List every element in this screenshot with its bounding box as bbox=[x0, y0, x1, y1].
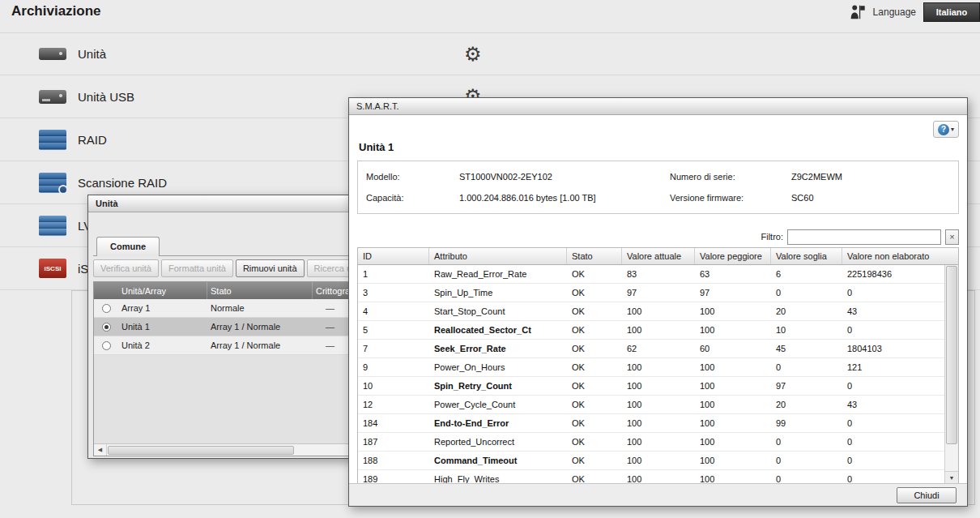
cell-threshold-value: 99 bbox=[771, 418, 842, 428]
scrollbar-thumb[interactable] bbox=[108, 446, 294, 455]
smart-dialog-footer: Chiudi bbox=[349, 483, 967, 506]
smart-dialog: S.M.A.R.T. ? ▾ Unità 1 Modello: ST1000VN… bbox=[348, 97, 968, 507]
cell-id: 12 bbox=[358, 400, 429, 409]
cell-worst-value: 100 bbox=[695, 418, 771, 428]
drive-status-cell: Array 1 / Normale bbox=[207, 322, 313, 332]
storage-item-label: Unità bbox=[78, 47, 106, 61]
clear-filter-button[interactable]: × bbox=[945, 229, 959, 245]
drive-status-cell: Array 1 / Normale bbox=[207, 340, 313, 350]
tab-comune[interactable]: Comune bbox=[96, 237, 160, 256]
cell-threshold-value: 20 bbox=[771, 400, 842, 409]
cell-threshold-value: 20 bbox=[771, 306, 842, 316]
smart-table-header: IDAttributoStatoValore attualeValore peg… bbox=[358, 248, 958, 265]
smart-table-row: 7 Seek_Error_Rate OK 62 60 45 1804103 bbox=[358, 340, 958, 358]
smart-dialog-body: ? ▾ Unità 1 Modello: ST1000VN002-2EY102 … bbox=[349, 115, 967, 506]
smart-table-row: 9 Power_On_Hours OK 100 100 0 121 bbox=[358, 358, 958, 377]
scrollbar-thumb[interactable] bbox=[946, 266, 957, 444]
cell-raw-value: 43 bbox=[842, 306, 944, 316]
storage-item-icon bbox=[39, 173, 66, 193]
cell-worst-value: 63 bbox=[695, 269, 771, 279]
cell-threshold-value: 45 bbox=[771, 344, 842, 353]
vertical-scrollbar[interactable]: ▼ bbox=[944, 265, 958, 484]
cell-attribute: Reallocated_Sector_Ct bbox=[429, 325, 567, 335]
info-value: SC60 bbox=[791, 193, 950, 203]
language-area: Language Italiano bbox=[848, 2, 980, 22]
smart-table: IDAttributoStatoValore attualeValore peg… bbox=[357, 247, 959, 485]
cell-id: 5 bbox=[358, 325, 429, 335]
storage-item-label: RAID bbox=[78, 133, 107, 147]
cell-raw-value: 0 bbox=[842, 288, 944, 298]
storage-item-label: Unità USB bbox=[78, 90, 134, 104]
cell-attribute: Start_Stop_Count bbox=[429, 306, 567, 316]
language-button[interactable]: Italiano bbox=[923, 2, 980, 22]
storage-row[interactable]: Unità ⚙ bbox=[0, 32, 980, 75]
cell-id: 10 bbox=[358, 381, 429, 391]
cell-attribute: Reported_Uncorrect bbox=[429, 437, 567, 447]
cell-raw-value: 0 bbox=[842, 437, 944, 447]
cell-threshold-value: 10 bbox=[771, 325, 842, 335]
drive-toolbar-button[interactable]: Verifica unità bbox=[93, 259, 159, 277]
smart-column-header: Valore soglia bbox=[771, 248, 842, 264]
gear-icon[interactable]: ⚙ bbox=[464, 45, 482, 64]
cell-attribute: Command_Timeout bbox=[429, 456, 567, 465]
cell-current-value: 83 bbox=[622, 269, 695, 279]
cell-current-value: 100 bbox=[622, 437, 695, 447]
page: Archiviazione Language Italiano Unità ⚙ … bbox=[0, 0, 980, 518]
cell-worst-value: 100 bbox=[695, 456, 771, 465]
cell-threshold-value: 0 bbox=[771, 288, 842, 298]
cell-status: OK bbox=[567, 344, 622, 353]
language-label: Language bbox=[873, 6, 916, 18]
smart-table-row: 187 Reported_Uncorrect OK 100 100 0 0 bbox=[358, 433, 958, 452]
close-button[interactable]: Chiudi bbox=[897, 487, 957, 503]
info-value: 1.000.204.886.016 bytes [1.00 TB] bbox=[459, 193, 670, 203]
radio-button[interactable] bbox=[102, 323, 111, 332]
cell-threshold-value: 0 bbox=[771, 362, 842, 372]
radio-button[interactable] bbox=[102, 304, 111, 313]
scroll-left-arrow[interactable]: ◀ bbox=[94, 444, 107, 456]
smart-column-header: Stato bbox=[567, 248, 622, 264]
drive-info-box: Modello: ST1000VN002-2EY102 Numero di se… bbox=[357, 161, 959, 214]
cell-status: OK bbox=[567, 325, 622, 335]
drive-toolbar-button[interactable]: Formatta unità bbox=[161, 259, 233, 277]
help-button[interactable]: ? ▾ bbox=[933, 121, 959, 138]
cell-current-value: 100 bbox=[622, 381, 695, 391]
info-value: ST1000VN002-2EY102 bbox=[459, 172, 670, 182]
info-label: Modello: bbox=[366, 172, 459, 182]
drive-status-cell: Normale bbox=[207, 303, 313, 313]
cell-current-value: 100 bbox=[622, 400, 695, 409]
storage-item-icon bbox=[39, 216, 66, 236]
cell-current-value: 100 bbox=[622, 418, 695, 428]
drive-name-cell: Unità 2 bbox=[118, 340, 207, 350]
cell-attribute: Spin_Up_Time bbox=[429, 288, 567, 298]
smart-column-header: Valore non elaborato bbox=[842, 248, 958, 264]
smart-table-row: 12 Power_Cycle_Count OK 100 100 20 43 bbox=[358, 396, 958, 414]
cell-current-value: 100 bbox=[622, 362, 695, 372]
cell-worst-value: 100 bbox=[695, 400, 771, 409]
filter-input[interactable] bbox=[787, 229, 941, 245]
cell-attribute: Spin_Retry_Count bbox=[429, 381, 567, 391]
cell-status: OK bbox=[567, 269, 622, 279]
info-value: Z9C2MEWM bbox=[791, 172, 950, 182]
cell-status: OK bbox=[567, 381, 622, 391]
language-icon bbox=[848, 3, 866, 21]
drive-name-cell: Unità 1 bbox=[118, 322, 207, 332]
drive-toolbar-button[interactable]: Rimuovi unità bbox=[236, 259, 305, 277]
drive-col-header: Stato bbox=[207, 282, 313, 299]
cell-threshold-value: 0 bbox=[771, 437, 842, 447]
smart-column-header: ID bbox=[358, 248, 429, 264]
smart-drive-title: Unità 1 bbox=[359, 141, 394, 153]
drive-dialog-title: Unità bbox=[96, 199, 118, 208]
radio-button[interactable] bbox=[102, 341, 111, 350]
cell-threshold-value: 97 bbox=[771, 381, 842, 391]
cell-status: OK bbox=[567, 418, 622, 428]
cell-threshold-value: 6 bbox=[771, 269, 842, 279]
cell-current-value: 97 bbox=[622, 288, 695, 298]
cell-current-value: 100 bbox=[622, 325, 695, 335]
cell-raw-value: 0 bbox=[842, 456, 944, 465]
smart-dialog-title: S.M.A.R.T. bbox=[356, 101, 399, 111]
cell-attribute: Seek_Error_Rate bbox=[429, 344, 567, 353]
scroll-down-arrow[interactable]: ▼ bbox=[945, 471, 958, 484]
cell-threshold-value: 0 bbox=[771, 456, 842, 465]
smart-table-row: 5 Reallocated_Sector_Ct OK 100 100 10 0 bbox=[358, 321, 958, 340]
smart-dialog-titlebar[interactable]: S.M.A.R.T. bbox=[349, 98, 967, 115]
